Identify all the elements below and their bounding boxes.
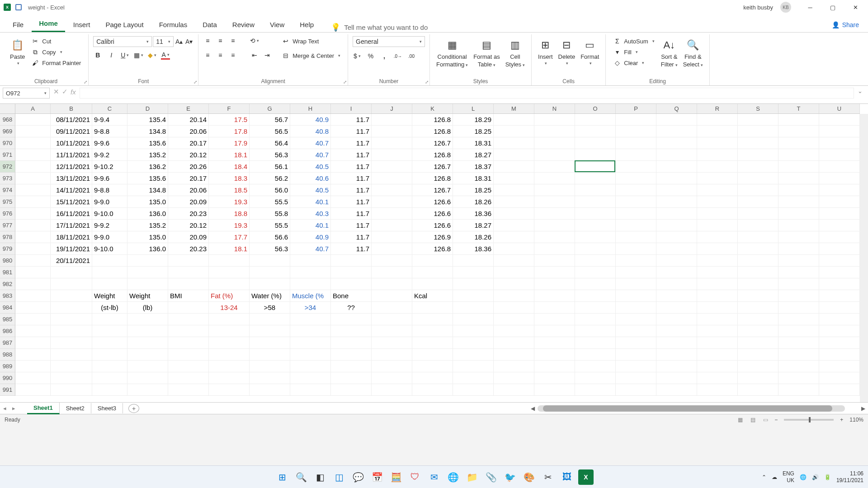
cell[interactable]	[494, 325, 534, 337]
cell[interactable]	[819, 278, 860, 290]
cell[interactable]: 136.2	[127, 161, 168, 173]
cell[interactable]	[616, 267, 656, 278]
cell[interactable]	[778, 337, 819, 349]
cell[interactable]	[616, 278, 656, 290]
cell[interactable]	[15, 278, 51, 290]
cell[interactable]	[372, 278, 412, 290]
cell[interactable]	[372, 302, 412, 314]
cell[interactable]	[656, 349, 697, 361]
cell[interactable]: 12/11/2021	[51, 161, 92, 173]
font-size-select[interactable]: 11▾	[153, 36, 174, 47]
cell[interactable]	[616, 243, 656, 255]
row-header[interactable]: 978	[0, 231, 15, 243]
cell[interactable]	[168, 278, 209, 290]
sheet-tab-2[interactable]: Sheet2	[60, 403, 91, 413]
font-name-select[interactable]: Calibri▾	[93, 36, 152, 47]
zoom-out-button[interactable]: −	[772, 417, 780, 423]
cell[interactable]	[494, 126, 534, 137]
cell[interactable]	[616, 149, 656, 161]
cell[interactable]	[819, 173, 860, 184]
calendar-icon[interactable]: 📅	[369, 469, 385, 485]
cell[interactable]	[92, 314, 127, 325]
cell[interactable]	[616, 126, 656, 137]
cell[interactable]	[290, 372, 331, 384]
align-left-icon[interactable]: ≡	[203, 51, 212, 60]
cell[interactable]	[127, 384, 168, 396]
cell[interactable]	[656, 220, 697, 231]
cell[interactable]: 18.26	[453, 231, 494, 243]
cell[interactable]	[697, 173, 738, 184]
row-header[interactable]: 971	[0, 149, 15, 161]
number-format-select[interactable]: General▾	[353, 36, 425, 47]
cell[interactable]: 17.5	[209, 114, 250, 126]
tab-review[interactable]: Review	[225, 17, 262, 32]
cell[interactable]	[656, 196, 697, 208]
cell[interactable]	[209, 325, 250, 337]
cell[interactable]	[738, 325, 778, 337]
cell[interactable]	[534, 196, 575, 208]
row-header[interactable]: 982	[0, 278, 15, 290]
cell[interactable]	[656, 243, 697, 255]
cell[interactable]	[453, 384, 494, 396]
cell[interactable]	[697, 255, 738, 267]
office-icon[interactable]: 📎	[483, 469, 499, 485]
cell[interactable]	[51, 314, 92, 325]
row-header[interactable]: 988	[0, 349, 15, 361]
cell[interactable]	[494, 231, 534, 243]
cell[interactable]: 56.0	[250, 184, 290, 196]
row-header[interactable]: 972	[0, 161, 15, 173]
cell[interactable]: 56.2	[250, 173, 290, 184]
cell[interactable]: 55.8	[250, 208, 290, 220]
row-header[interactable]: 968	[0, 114, 15, 126]
cell[interactable]: 135.4	[127, 114, 168, 126]
cell[interactable]	[656, 384, 697, 396]
cell[interactable]	[534, 361, 575, 372]
cell[interactable]	[575, 208, 616, 220]
cell[interactable]	[656, 325, 697, 337]
cell[interactable]: 20.17	[168, 137, 209, 149]
cell[interactable]	[819, 208, 860, 220]
format-cells-button[interactable]: ▭Format▾	[579, 36, 601, 67]
tab-file[interactable]: File	[5, 17, 31, 32]
cell[interactable]	[534, 349, 575, 361]
cell[interactable]	[738, 314, 778, 325]
cell[interactable]: 126.6	[412, 208, 453, 220]
wrap-text-button[interactable]: ↩Wrap Text	[279, 36, 343, 46]
cell[interactable]: 135.2	[127, 149, 168, 161]
column-header-L[interactable]: L	[453, 104, 494, 113]
cell[interactable]	[372, 173, 412, 184]
cell[interactable]	[250, 255, 290, 267]
cell[interactable]: 9-9.4	[92, 114, 127, 126]
cell[interactable]	[738, 196, 778, 208]
cell[interactable]	[738, 184, 778, 196]
cell[interactable]: 11/11/2021	[51, 149, 92, 161]
cell[interactable]	[575, 290, 616, 302]
cell[interactable]	[616, 372, 656, 384]
cell[interactable]	[575, 196, 616, 208]
cell[interactable]: 135.0	[127, 196, 168, 208]
cell[interactable]: 126.8	[412, 114, 453, 126]
cell[interactable]	[412, 337, 453, 349]
cell[interactable]	[92, 255, 127, 267]
cell[interactable]: 126.7	[412, 184, 453, 196]
cell[interactable]	[534, 255, 575, 267]
cut-button[interactable]: ✂Cut	[28, 36, 84, 46]
cell[interactable]: 40.6	[290, 173, 331, 184]
cell[interactable]	[819, 325, 860, 337]
cell[interactable]: Weight	[127, 290, 168, 302]
tab-page-layout[interactable]: Page Layout	[98, 17, 151, 32]
cell[interactable]	[575, 137, 616, 149]
accounting-format-icon[interactable]: $▾	[353, 52, 362, 61]
select-all-button[interactable]	[0, 104, 15, 114]
cell[interactable]	[412, 361, 453, 372]
column-header-T[interactable]: T	[778, 104, 819, 113]
cell[interactable]	[15, 290, 51, 302]
cell[interactable]	[534, 231, 575, 243]
cell[interactable]: 16/11/2021	[51, 208, 92, 220]
cell[interactable]	[616, 231, 656, 243]
cell[interactable]	[778, 314, 819, 325]
cell[interactable]	[412, 314, 453, 325]
cell[interactable]	[616, 325, 656, 337]
row-header[interactable]: 974	[0, 184, 15, 196]
cell[interactable]	[616, 220, 656, 231]
